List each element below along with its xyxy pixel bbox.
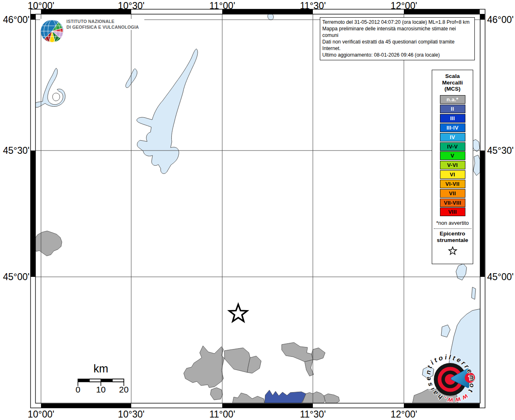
axis-label-lat-right: 45°30' bbox=[487, 145, 514, 156]
legend-items: n.a.*IIIIIIII-IVIVIV-VVV-VIVIVI-VIIVIIVI… bbox=[440, 95, 465, 217]
municipality-na bbox=[312, 348, 325, 360]
ingv-globe-icon bbox=[40, 19, 64, 43]
axis-label-lat-left: 46°00' bbox=[0, 14, 30, 25]
legend-title-line: Scala bbox=[442, 73, 463, 80]
legend-item-III: III bbox=[440, 114, 465, 123]
lake-garda bbox=[137, 49, 198, 173]
ingv-line1: ISTITUTO NAZIONALE bbox=[66, 19, 139, 25]
lagoon-patch bbox=[456, 264, 467, 280]
epicenter-star bbox=[229, 304, 247, 322]
mercalli-legend: ScalaMercalli(MCS) n.a.*IIIIIIII-IVIVIV-… bbox=[432, 70, 473, 264]
axis-label-lat-right: 45°00' bbox=[487, 272, 514, 283]
municipality-na bbox=[210, 388, 223, 400]
small-lake-top bbox=[268, 14, 273, 20]
map-shapes bbox=[34, 14, 480, 403]
axis-label-lon-top: 10°00' bbox=[21, 0, 61, 11]
municipality-na bbox=[224, 348, 250, 372]
axis-label-lon-bottom: 10°30' bbox=[112, 409, 151, 420]
legend-title-line: Mercalli bbox=[442, 80, 463, 86]
ingv-logo-text: ISTITUTO NAZIONALE DI GEOFISICA E VULCAN… bbox=[66, 19, 139, 30]
legend-item-V: V bbox=[440, 151, 465, 160]
lagoon-patch bbox=[472, 287, 476, 299]
scale-bar-tick-label: 20 bbox=[112, 385, 136, 395]
legend-item-VI: VI bbox=[440, 170, 465, 179]
axis-label-lat-left: 45°00' bbox=[0, 272, 30, 283]
axis-label-lon-top: 12°00' bbox=[384, 0, 424, 11]
legend-footnote: *non avvertito bbox=[436, 220, 469, 226]
lagoon-patch bbox=[473, 155, 480, 176]
lake-idro bbox=[34, 68, 65, 107]
municipality-na bbox=[184, 346, 224, 388]
scale-bar-unit: km bbox=[89, 363, 113, 375]
legend-epicenter-line: strumentale bbox=[437, 237, 468, 244]
ingv-logo: ISTITUTO NAZIONALE DI GEOFISICA E VULCAN… bbox=[40, 19, 144, 30]
scale-bar-tick-label: 0 bbox=[66, 385, 90, 395]
municipality-na bbox=[34, 231, 62, 256]
axis-label-lon-top: 11°30' bbox=[293, 0, 333, 11]
info-box-line: Terremoto del 31-05-2012 04:07:20 (ora l… bbox=[322, 19, 472, 25]
scale-bar-tick-label: 10 bbox=[89, 385, 113, 395]
legend-item-IV-V: IV-V bbox=[440, 142, 465, 151]
legend-epicenter-line: Epicentro bbox=[437, 231, 468, 237]
hsit-text-it: .it bbox=[414, 343, 416, 345]
legend-title-line: (MCS) bbox=[442, 86, 463, 92]
legend-item-VII: VII bbox=[440, 189, 465, 198]
info-box-line: Ultimo aggiornamento: 08-01-2026 09:46 (… bbox=[322, 52, 472, 58]
legend-item-III-IV: III-IV bbox=[440, 123, 465, 132]
axis-label-lon-bottom: 10°00' bbox=[21, 409, 61, 420]
legend-item-n.a.*: n.a.* bbox=[440, 95, 465, 104]
epicenter-star-icon bbox=[447, 245, 458, 256]
info-box-line: Mappa preliminare delle intensità macros… bbox=[322, 25, 472, 39]
municipality-intensity-ii bbox=[264, 390, 306, 403]
hsit-logo: ? www.haisentitoilterremoto.it bbox=[414, 343, 486, 415]
legend-item-II: II bbox=[440, 105, 465, 113]
axis-label-lat-right: 46°00' bbox=[487, 14, 514, 25]
info-box-line: Dati non verificati estratti da 45 quest… bbox=[322, 39, 472, 52]
lake-idro-island bbox=[52, 93, 60, 101]
axis-label-lon-top: 10°30' bbox=[112, 0, 151, 11]
legend-item-VIII: VIII bbox=[440, 208, 465, 216]
legend-title: ScalaMercalli(MCS) bbox=[442, 73, 463, 92]
axis-label-lat-left: 45°30' bbox=[0, 145, 30, 156]
graticule bbox=[35, 14, 480, 403]
legend-divider bbox=[434, 228, 472, 229]
ingv-line2: DI GEOFISICA E VULCANOLOGIA bbox=[66, 25, 139, 30]
lagoon-patch bbox=[472, 139, 480, 152]
municipality-na bbox=[324, 394, 340, 403]
earthquake-info-box: Terremoto del 31-05-2012 04:07:20 (ora l… bbox=[320, 17, 475, 60]
axis-label-lon-top: 11°00' bbox=[203, 0, 242, 11]
legend-epicenter-title: Epicentrostrumentale bbox=[437, 231, 468, 244]
legend-item-V-VI: V-VI bbox=[440, 161, 465, 169]
axis-label-lon-bottom: 11°30' bbox=[293, 409, 333, 420]
municipality-na bbox=[305, 360, 314, 376]
municipality-na bbox=[282, 342, 313, 362]
municipality-na bbox=[232, 393, 264, 403]
legend-item-IV: IV bbox=[440, 133, 465, 142]
axis-label-lon-bottom: 11°00' bbox=[203, 409, 242, 420]
lagoon-patch bbox=[441, 325, 450, 337]
legend-item-VI-VII: VI-VII bbox=[440, 180, 465, 188]
legend-item-VII-VIII: VII-VIII bbox=[440, 199, 465, 207]
